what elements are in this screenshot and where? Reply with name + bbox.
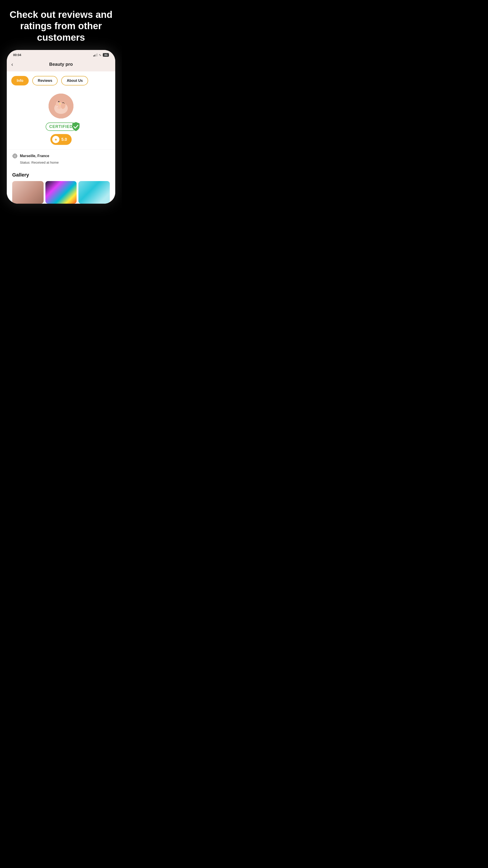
svg-point-7 xyxy=(14,155,16,157)
gallery-thumb-1[interactable] xyxy=(12,181,43,204)
gallery-thumb-3[interactable] xyxy=(78,181,110,204)
certified-label: CERTIFIED xyxy=(49,124,73,129)
certified-shield-icon xyxy=(71,122,81,131)
app-header: ‹ Beauty pro xyxy=(7,59,115,71)
battery-indicator: 3G xyxy=(103,53,109,57)
signal-icon xyxy=(93,53,97,57)
info-section: Marseille, France Status: Received at ho… xyxy=(7,149,115,170)
status-bar: 00:04 ∿ 3G xyxy=(7,50,115,59)
avatar xyxy=(48,94,73,119)
back-button[interactable]: ‹ xyxy=(11,61,13,68)
avatar-image xyxy=(48,94,73,119)
page-title: Beauty pro xyxy=(49,62,73,67)
gallery-thumb-2[interactable] xyxy=(45,181,77,204)
status-icons: ∿ 3G xyxy=(93,53,109,57)
tab-about[interactable]: About Us xyxy=(61,76,88,86)
gallery-title: Gallery xyxy=(12,172,110,178)
hero-heading: Check out reviews and ratings from other… xyxy=(0,0,122,50)
location-text: Marseille, France xyxy=(20,154,49,158)
rating-pill: ★ 5.0 xyxy=(51,134,71,145)
service-status: Status: Received at home xyxy=(12,160,110,164)
avatar-nail-svg xyxy=(48,94,73,119)
phone-frame: 00:04 ∿ 3G ‹ Beauty pro Info Reviews Abo… xyxy=(7,50,115,204)
rating-value: 5.0 xyxy=(61,137,67,142)
target-icon-svg xyxy=(12,153,18,158)
status-time: 00:04 xyxy=(13,53,21,57)
profile-section: CERTIFIED ★ 5.0 xyxy=(7,89,115,149)
svg-point-4 xyxy=(59,103,61,104)
location-icon xyxy=(12,153,18,159)
tab-info[interactable]: Info xyxy=(11,76,29,86)
wifi-icon: ∿ xyxy=(99,53,101,57)
tab-reviews[interactable]: Reviews xyxy=(32,76,58,86)
location-row: Marseille, France xyxy=(12,153,110,159)
star-icon: ★ xyxy=(52,136,59,143)
gallery-section: Gallery xyxy=(7,170,115,204)
svg-point-5 xyxy=(57,106,58,107)
tab-bar: Info Reviews About Us xyxy=(7,71,115,89)
certified-badge: CERTIFIED xyxy=(46,123,76,131)
gallery-row xyxy=(12,181,110,204)
